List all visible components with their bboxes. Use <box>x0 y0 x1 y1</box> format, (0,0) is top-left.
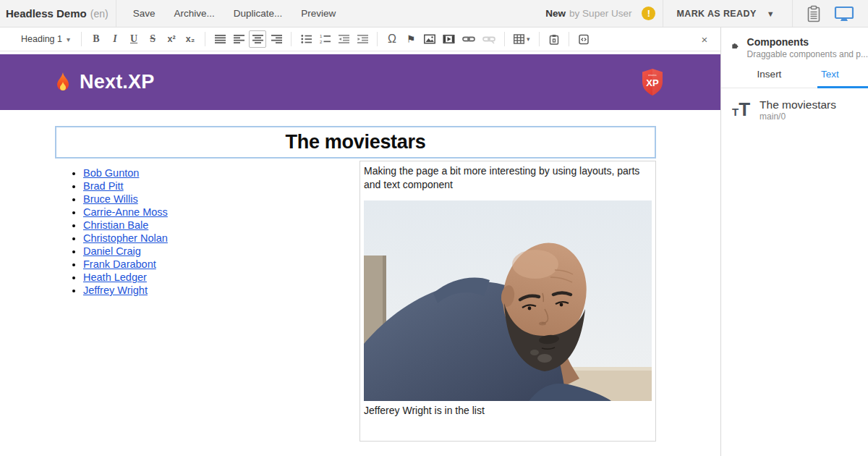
richtext-toolbar: Heading 1 ▾ B I U S x² x₂ <box>0 28 720 51</box>
align-left-icon <box>234 34 244 44</box>
indent-button[interactable] <box>354 30 371 48</box>
numbered-list-icon: 12 <box>320 34 331 44</box>
actor-link[interactable]: Christian Bale <box>83 219 148 231</box>
preview-button[interactable]: Preview <box>292 0 345 27</box>
align-justify-icon <box>215 34 226 44</box>
insert-image-button[interactable] <box>421 30 438 48</box>
indent-icon <box>357 34 368 44</box>
topbar: Headless Demo (en) Save Archive... Dupli… <box>0 0 868 28</box>
site-brand-name: Next.XP <box>80 71 154 93</box>
actor-list-column: Bob Gunton Brad Pitt Bruce Willis Carrie… <box>55 161 359 442</box>
list-item: Frank Darabont <box>83 258 359 271</box>
actor-link[interactable]: Christopher Nolan <box>83 232 168 244</box>
status-author: by Super User <box>569 8 631 19</box>
numbered-list-button[interactable]: 12 <box>316 30 333 48</box>
actor-link[interactable]: Carrie-Anne Moss <box>83 206 168 218</box>
close-toolbar-button[interactable]: × <box>696 30 713 48</box>
underline-button[interactable]: U <box>125 30 142 48</box>
mark-as-ready-button[interactable]: MARK AS READY ▼ <box>671 0 785 27</box>
actor-link[interactable]: Jeffrey Wright <box>83 284 148 296</box>
chevron-down-icon: ▾ <box>527 35 530 43</box>
anchor-flag-button[interactable]: ⚑ <box>402 30 420 48</box>
chevron-down-icon: ▼ <box>767 9 775 18</box>
page-title: The moviestars <box>286 131 426 153</box>
puzzle-piece-icon <box>731 36 739 56</box>
divider <box>81 32 82 46</box>
text-component-column[interactable]: Making the page a bit more interesting b… <box>359 161 656 442</box>
sidebar-title: Components <box>747 36 868 49</box>
unlink-button[interactable] <box>480 30 498 48</box>
document-title: Headless Demo <box>6 7 87 20</box>
image-caption[interactable]: Jefferey Wright is in the list <box>364 404 652 418</box>
superscript-button[interactable]: x² <box>163 30 180 48</box>
list-item: Brad Pitt <box>83 180 359 193</box>
actor-link[interactable]: Daniel Craig <box>83 245 141 257</box>
monitor-icon <box>834 5 854 22</box>
list-item: Daniel Craig <box>83 245 359 258</box>
sidebar-subtitle: Draggable components and p... <box>747 49 868 60</box>
align-center-button[interactable] <box>249 30 266 48</box>
version-history-button[interactable] <box>800 0 827 27</box>
align-center-icon <box>252 34 263 44</box>
sidebar-tabs: Insert Text <box>721 64 868 88</box>
actor-link[interactable]: Bob Gunton <box>83 167 139 179</box>
align-right-button[interactable] <box>268 30 285 48</box>
bold-button[interactable]: B <box>88 30 105 48</box>
insert-link-button[interactable] <box>459 30 478 48</box>
insert-macro-button[interactable] <box>545 30 563 48</box>
actor-link[interactable]: Heath Ledger <box>83 271 147 283</box>
tab-insert[interactable]: Insert <box>721 64 817 88</box>
tab-text[interactable]: Text <box>817 64 868 88</box>
align-justify-button[interactable] <box>211 30 229 48</box>
bullet-list-button[interactable] <box>297 30 315 48</box>
bullet-list-icon <box>301 34 312 44</box>
svg-text:2: 2 <box>320 40 323 44</box>
jeffrey-wright-photo <box>364 200 652 401</box>
video-icon <box>443 34 455 44</box>
image-icon <box>424 34 435 44</box>
divider <box>539 32 540 46</box>
list-item: Heath Ledger <box>83 271 359 284</box>
actor-link[interactable]: Bruce Willis <box>83 193 138 205</box>
list-item: Jeffrey Wright <box>83 284 359 297</box>
list-item: Bruce Willis <box>83 193 359 206</box>
divider <box>291 32 292 46</box>
warning-glyph: ! <box>647 8 650 19</box>
subscript-button[interactable]: x₂ <box>182 30 199 48</box>
unlink-icon <box>482 34 495 44</box>
component-item-path: main/0 <box>760 111 836 122</box>
save-button[interactable]: Save <box>124 0 165 27</box>
divider <box>792 0 793 27</box>
chevron-down-icon: ▾ <box>67 35 70 43</box>
list-item: Christopher Nolan <box>83 232 359 245</box>
insert-table-button[interactable]: ▾ <box>511 30 533 48</box>
actor-list: Bob Gunton Brad Pitt Bruce Willis Carrie… <box>83 166 359 297</box>
align-left-button[interactable] <box>230 30 247 48</box>
component-item-labels: The moviestars main/0 <box>760 98 836 122</box>
archive-button[interactable]: Archive... <box>164 0 224 27</box>
strikethrough-button[interactable]: S <box>144 30 161 48</box>
list-item: Christian Bale <box>83 219 359 232</box>
paragraph-format-dropdown[interactable]: Heading 1 ▾ <box>16 30 75 48</box>
topbar-right: New by Super User ! MARK AS READY ▼ <box>545 0 861 27</box>
insert-video-button[interactable] <box>440 30 458 48</box>
issues-warning-icon[interactable]: ! <box>642 7 655 20</box>
duplicate-button[interactable]: Duplicate... <box>224 0 292 27</box>
page-canvas: Next.XP enonic XP <box>0 51 720 456</box>
intro-paragraph[interactable]: Making the page a bit more interesting b… <box>364 164 652 192</box>
italic-button[interactable]: I <box>106 30 124 48</box>
article-image[interactable] <box>364 200 652 401</box>
workspace: Heading 1 ▾ B I U S x² x₂ <box>0 28 868 456</box>
outdent-button[interactable] <box>335 30 352 48</box>
page-title-component-selected[interactable]: The moviestars <box>55 126 656 159</box>
live-preview-toggle-button[interactable] <box>827 0 861 27</box>
source-code-icon <box>579 34 589 45</box>
special-character-button[interactable]: Ω <box>383 30 401 48</box>
divider <box>116 0 116 27</box>
document-locale: (en) <box>90 8 109 20</box>
actor-link[interactable]: Brad Pitt <box>83 180 124 192</box>
divider <box>504 32 505 46</box>
component-tree-item[interactable]: TT The moviestars main/0 <box>721 88 868 131</box>
source-code-button[interactable] <box>575 30 592 48</box>
actor-link[interactable]: Frank Darabont <box>83 258 156 270</box>
